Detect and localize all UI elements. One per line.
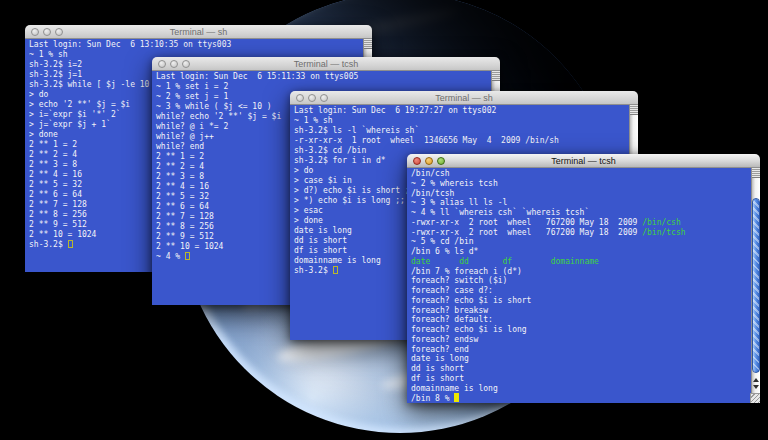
- window-title: Terminal — tcsh: [407, 154, 760, 168]
- resize-grip[interactable]: [750, 393, 760, 403]
- scroll-up-arrow[interactable]: [753, 378, 759, 382]
- split-pane-button[interactable]: [492, 71, 500, 81]
- split-pane-button[interactable]: [752, 168, 760, 178]
- split-pane-button[interactable]: [364, 39, 372, 49]
- window-title: Terminal — sh: [25, 25, 372, 39]
- terminal-text: /bin/csh~ 2 % whereis tcsh/bin/tcsh~ 3 %…: [407, 168, 751, 403]
- scrollbar[interactable]: [751, 168, 760, 403]
- title-bar[interactable]: Terminal — sh: [25, 25, 372, 39]
- split-pane-button[interactable]: [630, 105, 638, 115]
- title-bar[interactable]: Terminal — sh: [290, 91, 638, 105]
- window-title: Terminal — sh: [290, 91, 638, 105]
- terminal-content[interactable]: /bin/csh~ 2 % whereis tcsh/bin/tcsh~ 3 %…: [407, 168, 760, 403]
- terminal-window-tcsh-2[interactable]: Terminal — tcsh /bin/csh~ 2 % whereis tc…: [407, 154, 760, 403]
- scrollbar-thumb[interactable]: [752, 198, 760, 373]
- title-bar[interactable]: Terminal — tcsh: [152, 57, 500, 71]
- window-title: Terminal — tcsh: [152, 57, 500, 71]
- scroll-down-arrow[interactable]: [753, 385, 759, 389]
- title-bar[interactable]: Terminal — tcsh: [407, 154, 760, 168]
